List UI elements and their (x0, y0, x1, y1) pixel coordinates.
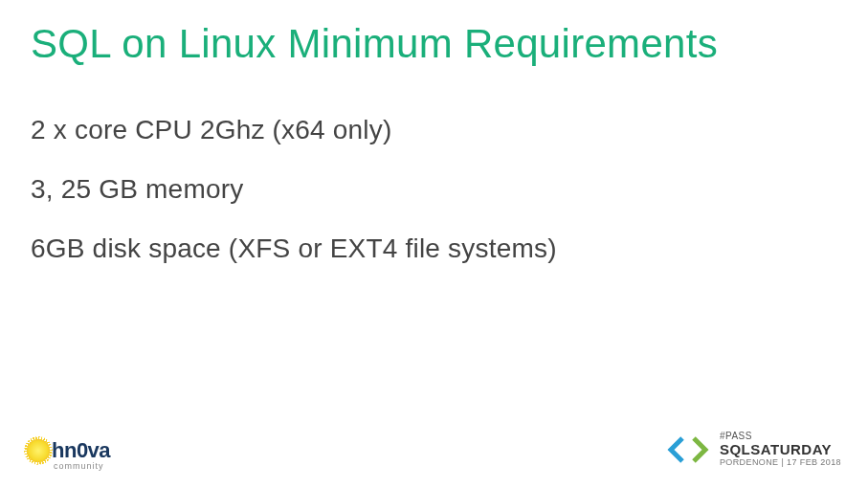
slide: SQL on Linux Minimum Requirements 2 x co… (0, 0, 868, 488)
innova-name: hn0va (52, 438, 110, 463)
innova-logo-row: hn0va (27, 438, 110, 463)
chevron-left-icon (666, 435, 687, 464)
sqlsaturday-text-block: #PASS SQLSATURDAY PORDENONE | 17 FEB 201… (720, 432, 841, 467)
innova-logo: hn0va community (27, 438, 110, 471)
slide-title: SQL on Linux Minimum Requirements (31, 21, 718, 67)
bullet-list: 2 x core CPU 2Ghz (x64 only) 3, 25 GB me… (31, 115, 830, 293)
chevron-pair-icon (666, 435, 710, 464)
innova-subtitle: community (54, 461, 104, 471)
sqlsaturday-logo: #PASS SQLSATURDAY PORDENONE | 17 FEB 201… (666, 432, 841, 467)
sun-icon (27, 439, 50, 462)
bullet-item: 2 x core CPU 2Ghz (x64 only) (31, 115, 830, 145)
footer: hn0va community #PASS SQLSATURDAY PORDEN… (0, 413, 868, 471)
sqlsaturday-event: PORDENONE | 17 FEB 2018 (720, 458, 841, 467)
bullet-item: 6GB disk space (XFS or EXT4 file systems… (31, 233, 830, 264)
chevron-right-icon (689, 435, 710, 464)
bullet-item: 3, 25 GB memory (31, 174, 830, 205)
sqlsaturday-brand: SQLSATURDAY (720, 442, 841, 457)
